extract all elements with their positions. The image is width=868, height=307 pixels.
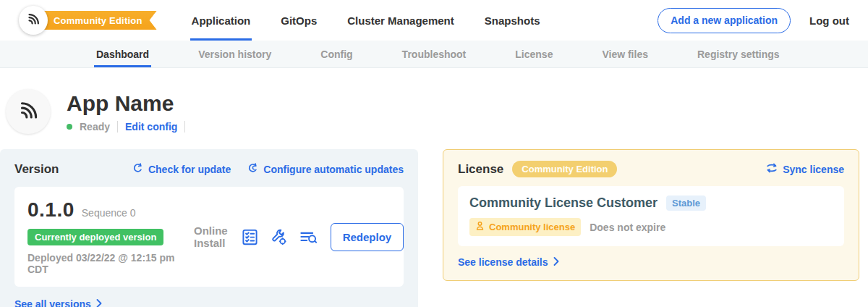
subnav-tab-label: Dashboard <box>96 49 149 60</box>
app-header: App Name Ready Edit config <box>0 68 868 143</box>
subnav-tab-label: Registry settings <box>697 49 780 60</box>
subnav-tab-label: Config <box>320 49 352 60</box>
subnav-tab-label: View files <box>602 49 648 60</box>
nav-tab-label: Application <box>192 14 251 27</box>
nav-tab-label: GitOps <box>281 14 317 27</box>
top-header: Community Edition Application GitOps Clu… <box>0 0 868 41</box>
configure-automatic-updates-link[interactable]: Configure automatic updates <box>247 162 404 177</box>
preflight-checks-icon[interactable] <box>241 228 259 246</box>
license-card-title: License <box>458 162 503 177</box>
schedule-update-icon <box>247 162 259 177</box>
app-subnav: Dashboard Version history Config Trouble… <box>0 41 868 68</box>
divider <box>184 121 185 133</box>
chevron-right-icon <box>553 256 559 269</box>
subnav-tab-label: Troubleshoot <box>402 49 467 60</box>
nav-tab-label: Snapshots <box>485 14 540 27</box>
channel-badge: Stable <box>666 195 706 211</box>
brand-logo: Community Edition <box>19 6 157 35</box>
subnav-tab-config[interactable]: Config <box>318 41 354 67</box>
version-number: 0.1.0 <box>27 198 75 222</box>
version-card-title: Version <box>14 162 59 177</box>
customer-name: Community License Customer <box>469 195 658 211</box>
install-type-label: Online Install <box>194 224 228 249</box>
license-type-badge: Community license <box>469 218 581 236</box>
chevron-right-icon <box>96 298 102 307</box>
dashboard-cards: Version Check for update <box>0 149 868 307</box>
sequence-label: Sequence 0 <box>82 207 136 219</box>
app-logo-icon <box>16 98 41 125</box>
logout-button[interactable]: Log out <box>809 14 849 27</box>
see-license-details-link[interactable]: See license details <box>458 256 844 269</box>
add-new-application-button[interactable]: Add a new application <box>658 8 791 33</box>
community-edition-ribbon-label: Community Edition <box>54 15 142 26</box>
check-for-update-label: Check for update <box>148 164 231 175</box>
replicated-logo-icon <box>25 11 41 30</box>
topbar-actions: Add a new application Log out <box>658 8 849 33</box>
replicated-logo-circle <box>19 6 48 35</box>
nav-tab-label: Cluster Management <box>347 14 454 27</box>
see-all-versions-label: See all versions <box>14 298 91 307</box>
subnav-tab-dashboard[interactable]: Dashboard <box>94 41 151 67</box>
primary-nav: Application GitOps Cluster Management Sn… <box>190 0 569 41</box>
edit-config-link[interactable]: Edit config <box>125 121 177 133</box>
edit-config-wrench-icon[interactable] <box>270 228 288 246</box>
refresh-icon <box>132 162 144 177</box>
nav-tab-gitops[interactable]: GitOps <box>279 0 318 41</box>
sync-arrows-icon <box>765 162 778 176</box>
nav-tab-application[interactable]: Application <box>190 0 252 41</box>
check-for-update-link[interactable]: Check for update <box>132 162 231 177</box>
community-edition-ribbon: Community Edition <box>39 11 157 30</box>
divider <box>117 121 118 133</box>
subnav-tab-version-history[interactable]: Version history <box>196 41 273 67</box>
subnav-tab-label: License <box>515 49 553 60</box>
license-details-panel: Community License Customer Stable Commun… <box>458 186 844 246</box>
page-title: App Name <box>67 91 185 115</box>
sync-license-label: Sync license <box>783 164 844 175</box>
subnav-tab-license[interactable]: License <box>513 41 555 67</box>
app-status-text: Ready <box>80 121 110 133</box>
subnav-tab-troubleshoot[interactable]: Troubleshoot <box>400 41 469 67</box>
license-card: License Community Edition Sync license C… <box>443 149 859 281</box>
app-avatar <box>6 89 51 134</box>
ready-status-dot <box>67 124 72 130</box>
nav-tab-snapshots[interactable]: Snapshots <box>483 0 542 41</box>
view-logs-icon[interactable] <box>299 228 318 246</box>
sync-license-link[interactable]: Sync license <box>765 162 844 176</box>
version-card: Version Check for update <box>0 149 418 307</box>
redeploy-button[interactable]: Redeploy <box>331 223 404 251</box>
deployed-timestamp: Deployed 03/22/22 @ 12:15 pm CDT <box>27 252 194 275</box>
see-license-details-label: See license details <box>458 256 548 268</box>
license-expiry: Does not expire <box>590 222 665 233</box>
see-all-versions-link[interactable]: See all versions <box>14 298 404 307</box>
person-icon <box>475 221 485 233</box>
subnav-tab-registry-settings[interactable]: Registry settings <box>695 41 782 67</box>
nav-tab-cluster-management[interactable]: Cluster Management <box>346 0 456 41</box>
subnav-tab-view-files[interactable]: View files <box>600 41 650 67</box>
community-edition-badge: Community Edition <box>512 161 617 177</box>
configure-automatic-updates-label: Configure automatic updates <box>263 164 404 175</box>
currently-deployed-badge: Currently deployed version <box>27 229 163 245</box>
license-type-label: Community license <box>489 222 575 232</box>
subnav-tab-label: Version history <box>198 49 271 60</box>
current-version-panel: 0.1.0 Sequence 0 Currently deployed vers… <box>14 187 404 287</box>
